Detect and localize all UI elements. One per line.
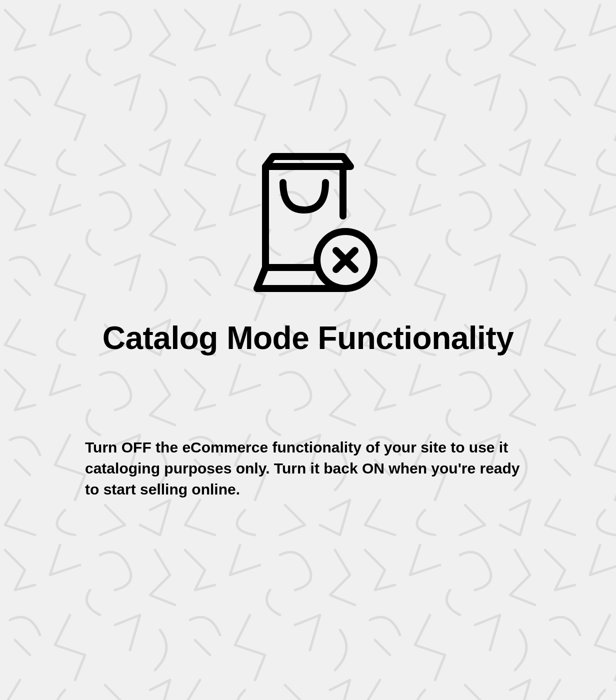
page-title: Catalog Mode Functionality xyxy=(102,320,514,357)
page-description: Turn OFF the eCommerce functionality of … xyxy=(0,437,616,500)
shopping-bag-x-icon xyxy=(238,152,378,292)
